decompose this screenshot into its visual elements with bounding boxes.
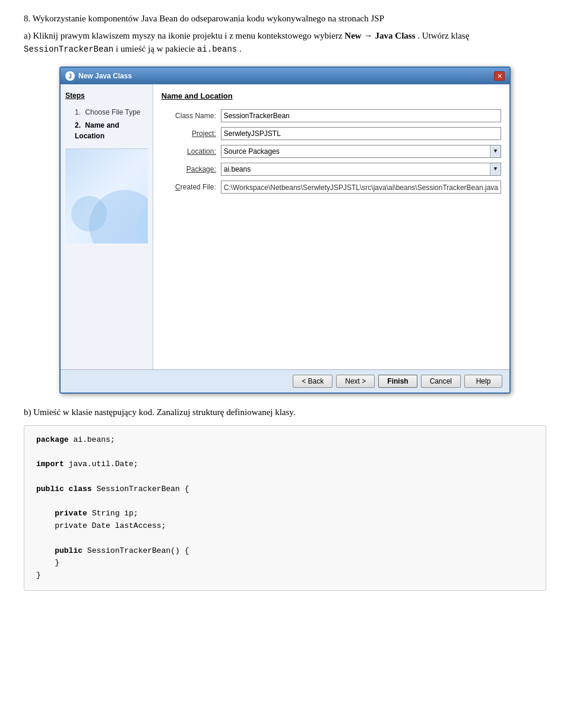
dialog-close-button[interactable]: ✕ — [494, 71, 505, 81]
step-a-text: a) Kliknij prawym klawiszem myszy na iko… — [24, 29, 546, 56]
code-line-12: } — [36, 569, 534, 582]
step-a-end2: i umieść ją w pakiecie — [116, 44, 195, 53]
java-class-bold: Java Class — [375, 31, 416, 40]
dialog-titlebar: J New Java Class ✕ — [61, 68, 509, 84]
step-2-label: Name and Location — [75, 121, 119, 140]
project-input[interactable] — [221, 127, 501, 140]
location-input[interactable] — [221, 146, 490, 157]
section-b: b) Umieść w klasie następujący kod. Zana… — [24, 406, 546, 419]
step-1-item: 1. Choose File Type — [65, 106, 148, 119]
code-line-8: private Date lastAccess; — [36, 520, 534, 533]
package-input[interactable] — [221, 164, 490, 175]
main-section-heading: Name and Location — [162, 90, 501, 102]
location-dropdown-arrow[interactable]: ▼ — [490, 145, 501, 157]
class-name-input[interactable] — [221, 109, 501, 122]
package-dropdown[interactable]: ▼ — [221, 163, 501, 176]
steps-heading: Steps — [65, 90, 148, 101]
step-1-number: 1. — [75, 108, 81, 116]
step-a-intro: a) Kliknij prawym klawiszem myszy na iko… — [24, 31, 343, 40]
help-button[interactable]: Help — [464, 375, 502, 388]
step-2-number: 2. — [75, 121, 81, 129]
dialog-footer: < Back Next > Finish Cancel Help — [61, 369, 509, 393]
step-1-label: Choose File Type — [85, 108, 140, 116]
cancel-button[interactable]: Cancel — [421, 375, 461, 388]
class-name-label: Class Name: — [162, 110, 221, 121]
created-file-value: C:\Workspace\Netbeans\SerwletyJSPJSTL\sr… — [221, 181, 501, 194]
finish-button[interactable]: Finish — [378, 375, 417, 388]
location-row: Location: ▼ — [162, 145, 501, 158]
code-line-10: public SessionTrackerBean() { — [36, 545, 534, 558]
code-block: package ai.beans; import java.util.Date;… — [24, 425, 546, 591]
dialog-wrapper: J New Java Class ✕ Steps 1. Choose File … — [24, 67, 546, 394]
package-label: Package: — [162, 164, 221, 175]
dialog-watermark — [65, 148, 148, 243]
code-line-3: import java.util.Date; — [36, 458, 534, 471]
dialog-title-text: New Java Class — [78, 71, 132, 81]
section-heading: 8. Wykorzystanie komponentów Java Bean d… — [24, 12, 546, 56]
package-dropdown-arrow[interactable]: ▼ — [490, 163, 501, 175]
code-line-5: public class SessionTrackerBean { — [36, 483, 534, 496]
step-a-dot: . — [239, 44, 242, 53]
arrow: → — [363, 30, 375, 40]
project-label: Project: — [162, 128, 221, 139]
code-line-1: package ai.beans; — [36, 434, 534, 447]
watermark-circle-3 — [71, 196, 107, 232]
heading-text: 8. Wykorzystanie komponentów Java Bean d… — [24, 12, 546, 26]
class-name-code: SessionTrackerBean — [24, 45, 113, 54]
dialog-body: Steps 1. Choose File Type 2. Name and Lo… — [61, 84, 509, 369]
step-2-item: 2. Name and Location — [65, 119, 148, 143]
created-file-row: Created File: C:\Workspace\Netbeans\Serw… — [162, 181, 501, 194]
dialog-steps-panel: Steps 1. Choose File Type 2. Name and Lo… — [61, 84, 153, 369]
next-button[interactable]: Next > — [336, 375, 375, 388]
package-row: Package: ▼ — [162, 163, 501, 176]
dialog-main-panel: Name and Location Class Name: Project: L… — [153, 84, 509, 369]
new-java-class-dialog: J New Java Class ✕ Steps 1. Choose File … — [59, 67, 511, 394]
back-button[interactable]: < Back — [293, 375, 332, 388]
dialog-title-left: J New Java Class — [65, 71, 132, 81]
new-bold: New — [344, 31, 361, 40]
location-label: Location: — [162, 146, 221, 157]
code-line-7: private String ip; — [36, 508, 534, 520]
dialog-icon: J — [65, 71, 75, 81]
location-dropdown[interactable]: ▼ — [221, 145, 501, 158]
section-b-text: b) Umieść w klasie następujący kod. Zana… — [24, 406, 546, 419]
class-name-row: Class Name: — [162, 109, 501, 122]
code-line-11: } — [36, 557, 534, 569]
step-a-end: . Utwórz klasę — [417, 31, 469, 40]
project-row: Project: — [162, 127, 501, 140]
created-file-label: Created File: — [162, 182, 221, 192]
pkg-code: ai.beans — [197, 45, 237, 54]
